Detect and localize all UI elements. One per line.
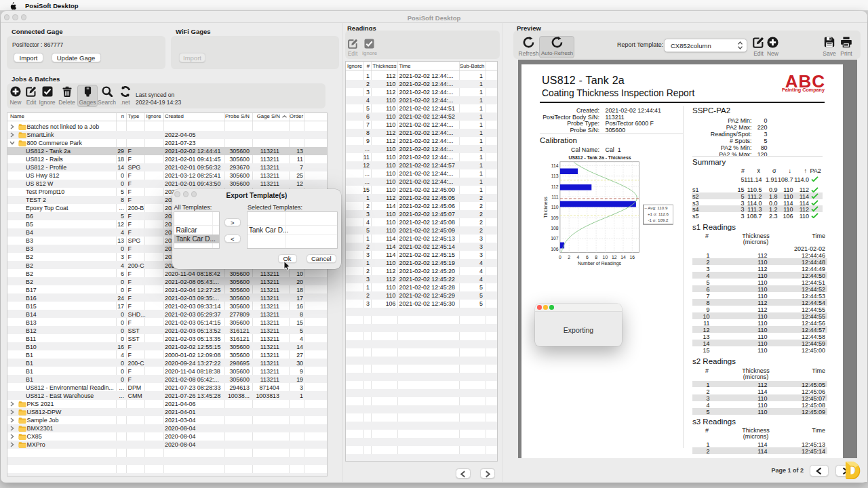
svg-text:+1 σ: 112.6: +1 σ: 112.6	[648, 211, 669, 216]
svg-text:US812 - Tank 2a - Thickness: US812 - Tank 2a - Thickness	[568, 155, 631, 160]
svg-text:108: 108	[551, 226, 559, 230]
svg-text:Thickness: Thickness	[543, 197, 548, 218]
svg-text:112: 112	[551, 184, 559, 189]
svg-text:-1 σ: 109.2: -1 σ: 109.2	[648, 218, 669, 222]
svg-text:8: 8	[595, 255, 597, 260]
svg-text:4: 4	[577, 255, 580, 260]
svg-text:Number of Readings: Number of Readings	[578, 261, 622, 266]
svg-text:12: 12	[612, 255, 617, 260]
svg-text:106: 106	[551, 247, 559, 251]
svg-text:10: 10	[603, 255, 608, 260]
svg-text:2: 2	[568, 255, 570, 260]
svg-text:– Avg: 110.9: – Avg: 110.9	[645, 205, 668, 210]
svg-text:107: 107	[551, 236, 559, 241]
svg-text:114: 114	[551, 163, 559, 168]
svg-text:110: 110	[551, 205, 559, 209]
svg-text:6: 6	[586, 255, 589, 260]
svg-text:16: 16	[630, 255, 635, 260]
svg-text:111: 111	[551, 195, 559, 199]
svg-text:0: 0	[559, 255, 561, 260]
svg-text:113: 113	[551, 174, 559, 178]
svg-text:109: 109	[551, 216, 559, 220]
svg-text:14: 14	[620, 255, 626, 260]
